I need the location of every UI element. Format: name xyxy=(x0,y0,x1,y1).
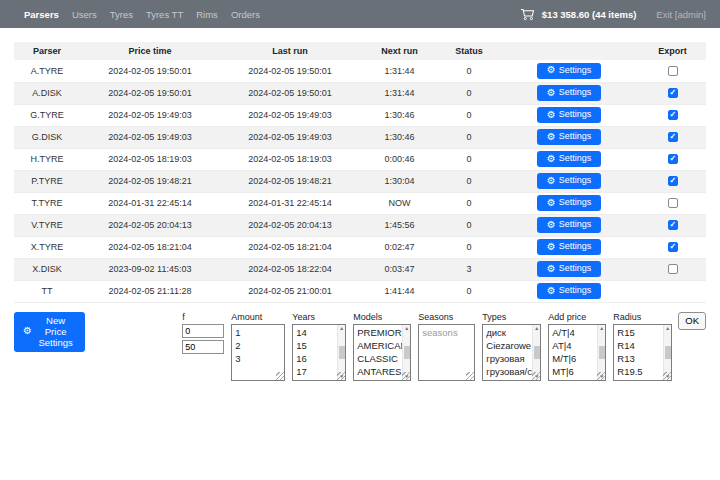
scroll-up-icon[interactable]: ▲ xyxy=(599,326,604,331)
settings-button[interactable]: ⚙Settings xyxy=(537,129,602,145)
export-checkbox[interactable] xyxy=(668,154,678,164)
settings-button[interactable]: ⚙Settings xyxy=(537,195,602,211)
scroll-up-icon[interactable]: ▲ xyxy=(665,326,670,331)
cell-next-run: 1:30:04 xyxy=(360,170,439,192)
export-checkbox[interactable] xyxy=(668,242,678,252)
radius-option[interactable]: R19.5 xyxy=(614,365,663,378)
cell-parser: G.DISK xyxy=(14,126,80,148)
new-price-settings-button[interactable]: ⚙ New Price Settings xyxy=(14,312,85,352)
scroll-up-icon[interactable]: ▲ xyxy=(534,326,539,331)
add-price-option[interactable]: M/T|6 xyxy=(549,352,597,365)
scroll-thumb[interactable] xyxy=(404,346,410,359)
gear-icon: ⚙ xyxy=(23,326,32,336)
f-field-group: f xyxy=(182,312,224,354)
types-listbox[interactable]: дискCiezaroweгрузоваягрузовая/с/ ▲ ▼ xyxy=(482,324,541,381)
export-checkbox[interactable] xyxy=(668,220,678,230)
gear-icon: ⚙ xyxy=(547,220,556,230)
settings-button[interactable]: ⚙Settings xyxy=(537,63,602,79)
export-checkbox[interactable] xyxy=(668,264,678,274)
settings-button[interactable]: ⚙Settings xyxy=(537,173,602,189)
settings-button[interactable]: ⚙Settings xyxy=(537,107,602,123)
radius-listbox[interactable]: R15R14R13R19.5 ▲ ▼ xyxy=(613,324,672,381)
export-checkbox[interactable] xyxy=(668,110,678,120)
settings-button[interactable]: ⚙Settings xyxy=(537,151,602,167)
export-checkbox[interactable] xyxy=(668,66,678,76)
years-listbox[interactable]: 14151617 ▲ ▼ xyxy=(292,324,346,381)
types-option[interactable]: Ciezarowe xyxy=(483,339,532,352)
settings-button[interactable]: ⚙Settings xyxy=(537,283,602,299)
f-input-2[interactable] xyxy=(182,340,224,354)
add-price-field-group: Add price A/T|4AT|4M/T|6MT|6 ▲ ▼ xyxy=(548,312,606,381)
nav-item-rims[interactable]: Rims xyxy=(196,9,218,20)
add-price-option[interactable]: MT|6 xyxy=(549,365,597,378)
column-header: Price time xyxy=(80,42,220,60)
cell-price-time: 2024-02-05 19:49:03 xyxy=(80,126,220,148)
seasons-input[interactable]: seasons xyxy=(418,324,475,381)
table-row: T.TYRE2024-01-31 22:45:142024-01-31 22:4… xyxy=(14,192,706,214)
settings-button-label: Settings xyxy=(559,175,592,186)
models-option[interactable]: CLASSIC xyxy=(354,352,402,365)
amount-option[interactable]: 2 xyxy=(232,339,284,352)
cell-next-run: NOW xyxy=(360,192,439,214)
radius-option[interactable]: R13 xyxy=(614,352,663,365)
cell-next-run: 1:30:46 xyxy=(360,126,439,148)
cart-icon[interactable] xyxy=(520,8,535,21)
scroll-thumb[interactable] xyxy=(665,346,671,359)
amount-option[interactable]: 1 xyxy=(232,326,284,339)
scroll-thumb[interactable] xyxy=(534,346,540,359)
settings-button[interactable]: ⚙Settings xyxy=(537,239,602,255)
cell-settings: ⚙Settings xyxy=(499,192,639,214)
nav-item-tyres-tt[interactable]: Tyres TT xyxy=(146,9,183,20)
add-price-option[interactable]: A/T|4 xyxy=(549,326,597,339)
years-option[interactable]: 14 xyxy=(293,326,337,339)
amount-option[interactable]: 3 xyxy=(232,352,284,365)
settings-button[interactable]: ⚙Settings xyxy=(537,261,602,277)
exit-link[interactable]: Exit [admin] xyxy=(656,9,706,20)
settings-button[interactable]: ⚙Settings xyxy=(537,217,602,233)
add-price-listbox[interactable]: A/T|4AT|4M/T|6MT|6 ▲ ▼ xyxy=(548,324,606,381)
types-option[interactable]: грузовая xyxy=(483,352,532,365)
export-checkbox[interactable] xyxy=(668,132,678,142)
nav-item-orders[interactable]: Orders xyxy=(231,9,260,20)
gear-icon: ⚙ xyxy=(547,264,556,274)
cart-total[interactable]: $13 358.60 (44 items) xyxy=(542,9,637,20)
f-input-1[interactable] xyxy=(182,324,224,338)
export-checkbox[interactable] xyxy=(668,176,678,186)
amount-listbox[interactable]: 123 xyxy=(231,324,285,381)
types-option[interactable]: грузовая/с/ xyxy=(483,365,532,378)
cell-next-run: 1:41:44 xyxy=(360,280,439,302)
models-option[interactable]: ANTARES xyxy=(354,365,402,378)
years-option[interactable]: 17 xyxy=(293,365,337,378)
export-checkbox[interactable] xyxy=(668,198,678,208)
types-field-group: Types дискCiezaroweгрузоваягрузовая/с/ ▲… xyxy=(482,312,541,381)
settings-button[interactable]: ⚙Settings xyxy=(537,85,602,101)
scroll-thumb[interactable] xyxy=(599,346,605,359)
cell-parser: H.TYRE xyxy=(14,148,80,170)
nav-item-tyres[interactable]: Tyres xyxy=(110,9,133,20)
scroll-thumb[interactable] xyxy=(339,346,345,359)
types-option[interactable]: диск xyxy=(483,326,532,339)
seasons-label: Seasons xyxy=(418,312,475,322)
models-option[interactable]: AMERICAN xyxy=(354,339,402,352)
cell-status: 0 xyxy=(439,126,499,148)
nav-item-users[interactable]: Users xyxy=(72,9,97,20)
add-price-option[interactable]: AT|4 xyxy=(549,339,597,352)
years-label: Years xyxy=(292,312,346,322)
models-option[interactable]: PREMIORRI xyxy=(354,326,402,339)
radius-option[interactable]: R15 xyxy=(614,326,663,339)
scroll-up-icon[interactable]: ▲ xyxy=(404,326,409,331)
table-row: G.DISK2024-02-05 19:49:032024-02-05 19:4… xyxy=(14,126,706,148)
export-checkbox[interactable] xyxy=(668,88,678,98)
years-option[interactable]: 16 xyxy=(293,352,337,365)
ok-button[interactable]: OK xyxy=(678,312,706,330)
nav-menu: ParsersUsersTyresTyres TTRimsOrders xyxy=(24,9,260,20)
column-header: Next run xyxy=(360,42,439,60)
years-option[interactable]: 15 xyxy=(293,339,337,352)
models-listbox[interactable]: PREMIORRIAMERICANCLASSICANTARES ▲ ▼ xyxy=(353,324,411,381)
cell-export xyxy=(639,82,706,104)
radius-option[interactable]: R14 xyxy=(614,339,663,352)
nav-item-parsers[interactable]: Parsers xyxy=(24,9,59,20)
cell-status: 0 xyxy=(439,192,499,214)
cell-export xyxy=(639,170,706,192)
scroll-up-icon[interactable]: ▲ xyxy=(339,326,344,331)
